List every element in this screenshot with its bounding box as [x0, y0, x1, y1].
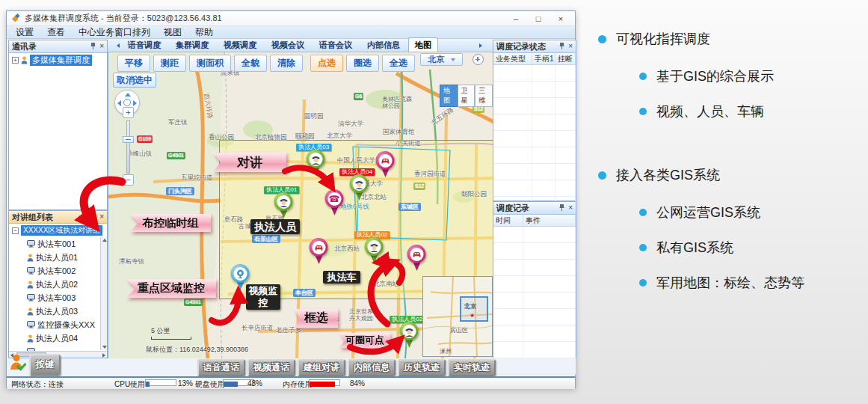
table-cell [493, 276, 523, 292]
table-cell [532, 131, 555, 147]
officer-pin-icon [350, 174, 369, 201]
zoom-slider-handle[interactable] [123, 136, 134, 143]
bullet-icon [639, 73, 647, 80]
maximize-icon[interactable]: □ [533, 14, 544, 23]
car-pin-icon [376, 151, 395, 178]
tab-集群调度[interactable]: 集群调度 [169, 37, 215, 52]
memory-percent: 84% [350, 379, 365, 388]
city-selector[interactable]: 北京 [420, 53, 463, 66]
minimize-icon[interactable]: – [511, 14, 521, 23]
close-icon[interactable]: × [568, 43, 573, 50]
map-tool-清除[interactable]: 清除 [270, 55, 303, 72]
close-icon[interactable]: × [568, 204, 573, 212]
table-cell [493, 243, 523, 259]
map-tool-测距[interactable]: 测距 [153, 55, 186, 72]
layer-button-卫星[interactable]: 卫星 [458, 85, 475, 107]
action-button-实时轨迹[interactable]: 实时轨迹 [448, 359, 496, 376]
minimap[interactable]: 北京 ★ 房山区 涿州 [422, 276, 493, 357]
close-icon[interactable]: × [99, 43, 104, 50]
tab-scroll-left-icon[interactable] [115, 43, 121, 49]
map-canvas[interactable]: 温泉镇军庄镇香山公园妙峰山镇五里坨街道门头沟区潭柘寺镇长辛店街道老庄子乡北京植物… [108, 52, 493, 358]
zoom-out-button[interactable]: − [123, 174, 134, 186]
table-cell [493, 98, 532, 114]
status-bar: 网络状态：连接 CPU使用: 13% 硬盘使用: 48% 内存使用: 84% [7, 376, 575, 389]
list-item[interactable]: 执法车003 [27, 291, 102, 304]
locate-icon[interactable] [473, 54, 484, 65]
camera-pin-icon [231, 264, 250, 291]
close-icon[interactable]: × [99, 213, 104, 221]
map-tool-测面积[interactable]: 测面积 [189, 55, 231, 72]
close-icon[interactable]: × [555, 14, 566, 23]
action-button-历史轨迹[interactable]: 历史轨迹 [398, 359, 446, 376]
tab-bar: 语音调度集群调度视频调度视频会议语音会议内部信息地图 [108, 40, 493, 52]
pin-icon[interactable] [90, 42, 96, 51]
contacts-root-row[interactable]: + 多媒体集群调度 [9, 53, 107, 67]
cpu-percent: 13% [178, 379, 193, 388]
table-row [493, 65, 576, 82]
collapse-icon[interactable]: − [12, 227, 19, 234]
list-item[interactable]: 执法车001 [27, 237, 102, 251]
action-button-内部信息[interactable]: 内部信息 [348, 359, 395, 376]
action-button-语音通话[interactable]: 语音通话 [197, 359, 245, 376]
table-cell [523, 260, 576, 275]
contacts-panel: 通讯录 × + 多媒体集群调度 [8, 40, 108, 210]
cancel-selection-button[interactable]: 取消选中 [113, 73, 156, 88]
ptt-button[interactable]: 按键 [29, 354, 61, 376]
list-item[interactable]: 监控摄像头XXX [27, 318, 102, 331]
table-row [493, 243, 576, 260]
menu-item-帮助[interactable]: 帮助 [195, 26, 213, 39]
pin-icon[interactable] [559, 203, 564, 212]
contacts-tree: + 多媒体集群调度 [9, 53, 107, 209]
list-item[interactable]: 执法人员03 [27, 304, 102, 318]
tab-视频会议[interactable]: 视频会议 [265, 37, 311, 52]
map-select-全选[interactable]: 全选 [382, 55, 415, 72]
zoom-slider-track[interactable] [126, 120, 130, 174]
layer-button-三维[interactable]: 三维 [475, 85, 493, 107]
network-status: 网络状态：连接 [11, 379, 64, 390]
pin-icon[interactable] [90, 212, 96, 221]
bullet-icon [639, 244, 647, 251]
tab-语音会议[interactable]: 语音会议 [313, 37, 359, 52]
table-row [493, 293, 576, 309]
tab-内部信息[interactable]: 内部信息 [360, 37, 407, 52]
table-cell [523, 342, 576, 358]
expand-icon[interactable]: + [12, 57, 19, 64]
contacts-root-label[interactable]: 多媒体集群调度 [30, 55, 92, 66]
map-tool-全貌[interactable]: 全貌 [234, 55, 267, 72]
list-item[interactable]: 执法车002 [27, 264, 102, 278]
vertical-scrollbar[interactable] [100, 237, 107, 350]
map-select-圈选[interactable]: 圈选 [346, 55, 379, 72]
tab-语音调度[interactable]: 语音调度 [121, 37, 167, 52]
list-item[interactable]: 执法人员01 [27, 251, 102, 264]
menu-item-查看[interactable]: 查看 [47, 26, 65, 39]
tab-scroll-right-icon[interactable] [478, 43, 484, 49]
action-button-视频通话[interactable]: 视频通话 [247, 359, 295, 376]
talkgroup-root-row[interactable]: − XXXXX区域执法对讲组 [9, 224, 107, 237]
list-item[interactable]: 执法人员04 [27, 331, 102, 345]
menu-item-设置[interactable]: 设置 [16, 26, 34, 39]
list-item[interactable]: 执法人员02 [27, 278, 102, 291]
list-item-label: 执法人员03 [36, 306, 78, 317]
talkgroup-root-label[interactable]: XXXXX区域执法对讲组 [21, 225, 102, 236]
layer-button-地图[interactable]: 地图 [440, 85, 458, 107]
action-button-建组对讲[interactable]: 建组对讲 [298, 359, 345, 376]
map-select-点选[interactable]: 点选 [310, 55, 343, 72]
menu-item-中心业务窗口排列[interactable]: 中心业务窗口排列 [79, 26, 150, 39]
column-header-手柄1: 手柄1 [532, 53, 555, 64]
dispatch-record-panel: 调度记录×时间事件 [493, 201, 576, 358]
tab-视频调度[interactable]: 视频调度 [217, 37, 263, 52]
table-cell [493, 309, 523, 325]
menu-item-视图[interactable]: 视图 [164, 26, 182, 39]
table-row [493, 114, 576, 131]
pin-icon[interactable] [559, 42, 564, 51]
table-cell [555, 98, 576, 114]
table-cell [493, 65, 532, 81]
list-item-label: 执法人员02 [36, 279, 78, 290]
memory-usage-bar [309, 379, 340, 386]
map-tool-平移[interactable]: 平移 [117, 55, 150, 72]
table-cell [555, 164, 576, 180]
zoom-in-button[interactable]: + [123, 107, 134, 118]
tab-地图[interactable]: 地图 [408, 37, 438, 52]
table-row [493, 164, 576, 180]
table-cell [555, 65, 576, 81]
